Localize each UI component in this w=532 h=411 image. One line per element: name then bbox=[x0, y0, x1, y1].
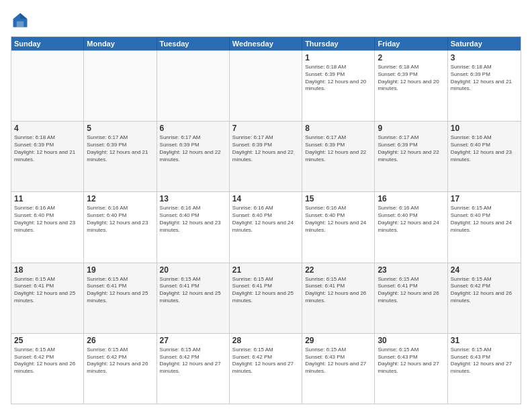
calendar-cell: 28Sunrise: 6:15 AMSunset: 6:42 PMDayligh… bbox=[230, 334, 302, 404]
day-number: 29 bbox=[305, 336, 371, 345]
cell-info: Sunrise: 6:15 AMSunset: 6:41 PMDaylight:… bbox=[232, 276, 299, 305]
day-number: 5 bbox=[87, 124, 153, 133]
day-number: 22 bbox=[305, 265, 371, 275]
header-day-wednesday: Wednesday bbox=[230, 37, 302, 50]
calendar-cell: 22Sunrise: 6:15 AMSunset: 6:41 PMDayligh… bbox=[302, 263, 375, 333]
calendar-row-3: 11Sunrise: 6:16 AMSunset: 6:40 PMDayligh… bbox=[11, 191, 521, 262]
calendar-cell: 8Sunrise: 6:17 AMSunset: 6:39 PMDaylight… bbox=[302, 122, 375, 191]
day-number: 19 bbox=[87, 265, 153, 275]
day-number: 9 bbox=[378, 124, 444, 133]
cell-info: Sunrise: 6:15 AMSunset: 6:41 PMDaylight:… bbox=[305, 276, 371, 305]
calendar-cell: 4Sunrise: 6:18 AMSunset: 6:39 PMDaylight… bbox=[11, 122, 84, 191]
cell-info: Sunrise: 6:16 AMSunset: 6:40 PMDaylight:… bbox=[14, 205, 81, 234]
day-number: 21 bbox=[232, 265, 299, 275]
cell-info: Sunrise: 6:16 AMSunset: 6:40 PMDaylight:… bbox=[378, 205, 444, 234]
calendar-cell: 12Sunrise: 6:16 AMSunset: 6:40 PMDayligh… bbox=[84, 192, 157, 262]
calendar-row-1: 1Sunrise: 6:18 AMSunset: 6:39 PMDaylight… bbox=[11, 50, 521, 121]
calendar-cell: 5Sunrise: 6:17 AMSunset: 6:39 PMDaylight… bbox=[84, 122, 157, 191]
cell-info: Sunrise: 6:16 AMSunset: 6:40 PMDaylight:… bbox=[451, 134, 518, 163]
calendar-cell: 14Sunrise: 6:16 AMSunset: 6:40 PMDayligh… bbox=[230, 192, 302, 262]
cell-info: Sunrise: 6:15 AMSunset: 6:42 PMDaylight:… bbox=[232, 347, 299, 375]
cell-info: Sunrise: 6:15 AMSunset: 6:42 PMDaylight:… bbox=[160, 347, 226, 375]
calendar-cell: 13Sunrise: 6:16 AMSunset: 6:40 PMDayligh… bbox=[157, 192, 230, 262]
calendar-cell: 26Sunrise: 6:15 AMSunset: 6:42 PMDayligh… bbox=[84, 334, 157, 404]
svg-marker-1 bbox=[20, 13, 28, 19]
day-number: 10 bbox=[451, 124, 518, 133]
day-number: 25 bbox=[14, 336, 81, 345]
day-number: 20 bbox=[160, 265, 226, 275]
cell-info: Sunrise: 6:15 AMSunset: 6:42 PMDaylight:… bbox=[451, 276, 518, 305]
calendar-cell: 29Sunrise: 6:15 AMSunset: 6:43 PMDayligh… bbox=[302, 334, 375, 404]
cell-info: Sunrise: 6:15 AMSunset: 6:41 PMDaylight:… bbox=[87, 276, 153, 305]
calendar-cell: 18Sunrise: 6:15 AMSunset: 6:41 PMDayligh… bbox=[11, 263, 84, 333]
calendar-cell: 10Sunrise: 6:16 AMSunset: 6:40 PMDayligh… bbox=[448, 122, 521, 191]
cell-info: Sunrise: 6:15 AMSunset: 6:43 PMDaylight:… bbox=[378, 347, 444, 375]
header-day-tuesday: Tuesday bbox=[157, 37, 230, 50]
calendar-cell: 30Sunrise: 6:15 AMSunset: 6:43 PMDayligh… bbox=[375, 334, 447, 404]
day-number: 13 bbox=[160, 194, 226, 203]
calendar-cell: 7Sunrise: 6:17 AMSunset: 6:39 PMDaylight… bbox=[230, 122, 302, 191]
cell-info: Sunrise: 6:16 AMSunset: 6:40 PMDaylight:… bbox=[160, 205, 226, 234]
header-day-friday: Friday bbox=[375, 37, 447, 50]
day-number: 4 bbox=[14, 124, 81, 133]
day-number: 14 bbox=[232, 194, 299, 203]
header-day-thursday: Thursday bbox=[302, 37, 375, 50]
day-number: 24 bbox=[451, 265, 518, 275]
day-number: 17 bbox=[451, 194, 518, 203]
calendar-cell: 2Sunrise: 6:18 AMSunset: 6:39 PMDaylight… bbox=[375, 51, 447, 121]
cell-info: Sunrise: 6:17 AMSunset: 6:39 PMDaylight:… bbox=[232, 134, 299, 163]
calendar-cell: 19Sunrise: 6:15 AMSunset: 6:41 PMDayligh… bbox=[84, 263, 157, 333]
header-day-sunday: Sunday bbox=[11, 37, 84, 50]
logo bbox=[11, 11, 32, 30]
cell-info: Sunrise: 6:15 AMSunset: 6:41 PMDaylight:… bbox=[14, 276, 81, 305]
svg-rect-2 bbox=[17, 21, 24, 28]
calendar-cell: 27Sunrise: 6:15 AMSunset: 6:42 PMDayligh… bbox=[157, 334, 230, 404]
cell-info: Sunrise: 6:18 AMSunset: 6:39 PMDaylight:… bbox=[378, 64, 444, 93]
cell-info: Sunrise: 6:16 AMSunset: 6:40 PMDaylight:… bbox=[232, 205, 299, 234]
day-number: 16 bbox=[378, 194, 444, 203]
day-number: 12 bbox=[87, 194, 153, 203]
cell-info: Sunrise: 6:15 AMSunset: 6:42 PMDaylight:… bbox=[14, 347, 81, 375]
calendar-cell: 1Sunrise: 6:18 AMSunset: 6:39 PMDaylight… bbox=[302, 51, 375, 121]
calendar-row-4: 18Sunrise: 6:15 AMSunset: 6:41 PMDayligh… bbox=[11, 263, 521, 333]
page-header bbox=[11, 11, 521, 30]
logo-icon bbox=[11, 11, 30, 30]
calendar-cell: 20Sunrise: 6:15 AMSunset: 6:41 PMDayligh… bbox=[157, 263, 230, 333]
calendar-cell: 9Sunrise: 6:17 AMSunset: 6:39 PMDaylight… bbox=[375, 122, 447, 191]
calendar-cell: 16Sunrise: 6:16 AMSunset: 6:40 PMDayligh… bbox=[375, 192, 447, 262]
header-day-saturday: Saturday bbox=[448, 37, 521, 50]
day-number: 11 bbox=[14, 194, 81, 203]
cell-info: Sunrise: 6:18 AMSunset: 6:39 PMDaylight:… bbox=[14, 134, 81, 163]
calendar-cell: 31Sunrise: 6:15 AMSunset: 6:43 PMDayligh… bbox=[448, 334, 521, 404]
cell-info: Sunrise: 6:15 AMSunset: 6:40 PMDaylight:… bbox=[451, 205, 518, 234]
page-container: SundayMondayTuesdayWednesdayThursdayFrid… bbox=[0, 0, 532, 411]
calendar-cell: 15Sunrise: 6:16 AMSunset: 6:40 PMDayligh… bbox=[302, 192, 375, 262]
calendar-row-2: 4Sunrise: 6:18 AMSunset: 6:39 PMDaylight… bbox=[11, 121, 521, 191]
calendar-cell bbox=[230, 51, 302, 121]
day-number: 15 bbox=[305, 194, 371, 203]
day-number: 8 bbox=[305, 124, 371, 133]
calendar-cell: 17Sunrise: 6:15 AMSunset: 6:40 PMDayligh… bbox=[448, 192, 521, 262]
day-number: 18 bbox=[14, 265, 81, 275]
cell-info: Sunrise: 6:18 AMSunset: 6:39 PMDaylight:… bbox=[451, 64, 518, 93]
calendar-cell: 6Sunrise: 6:17 AMSunset: 6:39 PMDaylight… bbox=[157, 122, 230, 191]
calendar: SundayMondayTuesdayWednesdayThursdayFrid… bbox=[11, 36, 521, 404]
calendar-cell bbox=[11, 51, 84, 121]
calendar-row-5: 25Sunrise: 6:15 AMSunset: 6:42 PMDayligh… bbox=[11, 333, 521, 404]
cell-info: Sunrise: 6:15 AMSunset: 6:43 PMDaylight:… bbox=[305, 347, 371, 375]
day-number: 28 bbox=[232, 336, 299, 345]
calendar-cell: 25Sunrise: 6:15 AMSunset: 6:42 PMDayligh… bbox=[11, 334, 84, 404]
header-day-monday: Monday bbox=[84, 37, 157, 50]
day-number: 30 bbox=[378, 336, 444, 345]
calendar-cell: 21Sunrise: 6:15 AMSunset: 6:41 PMDayligh… bbox=[230, 263, 302, 333]
day-number: 26 bbox=[87, 336, 153, 345]
cell-info: Sunrise: 6:15 AMSunset: 6:43 PMDaylight:… bbox=[451, 347, 518, 375]
calendar-cell: 3Sunrise: 6:18 AMSunset: 6:39 PMDaylight… bbox=[448, 51, 521, 121]
cell-info: Sunrise: 6:15 AMSunset: 6:42 PMDaylight:… bbox=[87, 347, 153, 375]
day-number: 31 bbox=[451, 336, 518, 345]
cell-info: Sunrise: 6:17 AMSunset: 6:39 PMDaylight:… bbox=[160, 134, 226, 163]
day-number: 1 bbox=[305, 53, 371, 62]
day-number: 7 bbox=[232, 124, 299, 133]
calendar-cell bbox=[84, 51, 157, 121]
day-number: 6 bbox=[160, 124, 226, 133]
